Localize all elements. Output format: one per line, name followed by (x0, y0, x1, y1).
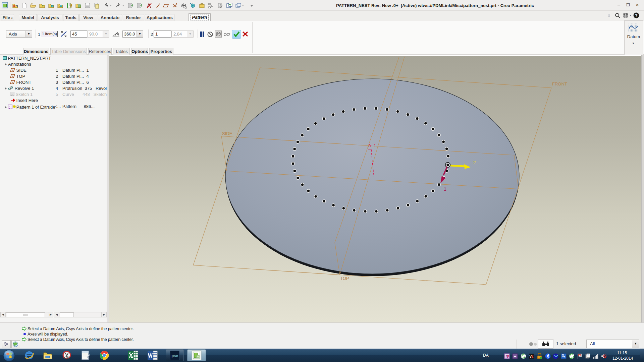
svg-text:1: 1 (444, 186, 446, 192)
svg-text:2: 2 (473, 160, 476, 165)
svg-text:TOP: TOP (340, 276, 349, 281)
svg-text:SIDE: SIDE (222, 131, 232, 136)
svg-text:pse: pse (172, 354, 178, 358)
svg-text:2: 2 (532, 354, 534, 358)
svg-text:FRONT: FRONT (552, 81, 567, 86)
svg-text:?: ? (635, 13, 638, 18)
svg-text:A_1: A_1 (368, 143, 376, 148)
